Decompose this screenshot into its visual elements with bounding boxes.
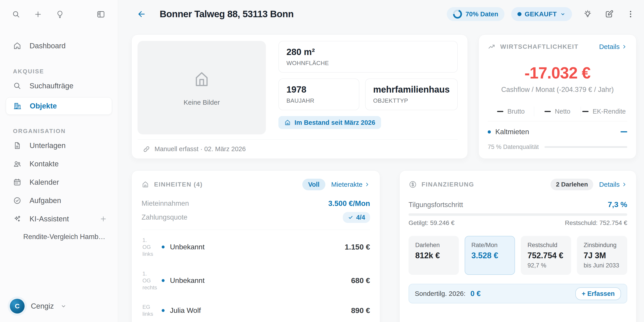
- content: Keine Bilder 280 m² WOHNFLÄCHE 1978 BAUJ…: [118, 28, 644, 322]
- fact-objekttyp[interactable]: mehrfamilienhaus OBJEKTTYP: [365, 78, 458, 110]
- fact-baujahr[interactable]: 1978 BAUJAHR: [278, 78, 359, 110]
- data-quality-badge[interactable]: 70% Daten: [447, 7, 505, 21]
- stat-zinsbindung[interactable]: Zinsbindung 7J 3M bis Juni 2033: [577, 236, 627, 275]
- sidebar-item-objekte[interactable]: Objekte: [6, 97, 112, 115]
- add-chat-icon[interactable]: [100, 215, 107, 223]
- tenant-name: Unbekannt: [170, 243, 204, 251]
- sidebar-item-suchauftraege[interactable]: Suchaufträge: [0, 77, 118, 95]
- stat-rate[interactable]: Rate/Mon 3.528 €: [465, 236, 515, 275]
- sidebar-item-aufgaben[interactable]: Aufgaben: [0, 192, 118, 210]
- sidebar-item-ki-assistent[interactable]: KI-Assistent: [0, 210, 118, 228]
- status-label: GEKAUFT: [524, 10, 557, 18]
- home-icon: [192, 69, 212, 89]
- finanzierung-card: FINANZIERUNG 2 Darlehen Details Tilgungs…: [399, 170, 636, 322]
- fact-wohnflaeche[interactable]: 280 m² WOHNFLÄCHE: [278, 41, 458, 73]
- topbar-actions: 70% Daten GEKAUFT: [447, 7, 636, 21]
- occupancy-badge[interactable]: Voll: [302, 179, 325, 190]
- sidebar-item-label: Suchaufträge: [30, 82, 73, 90]
- fact-label: OBJEKTTYP: [373, 97, 450, 104]
- stat-sub: 92,7 %: [528, 262, 564, 269]
- sidebar-toggle-icon[interactable]: [96, 10, 105, 19]
- mieterakte-link[interactable]: Mieterakte: [331, 181, 370, 188]
- property-source: Manuell erfasst · 02. März 2026: [138, 139, 458, 158]
- legend-label: Brutto: [507, 108, 524, 115]
- sidebar-item-kalender[interactable]: Kalender: [0, 173, 118, 192]
- rent-value: 680 €: [351, 276, 370, 285]
- edit-icon[interactable]: [603, 8, 615, 20]
- fact-value: mehrfamilienhaus: [373, 84, 450, 94]
- zahlungsquote-row: Zahlungsquote 4/4: [142, 211, 370, 224]
- stat-restschuld[interactable]: Restschuld 752.754 € 92,7 %: [521, 236, 571, 275]
- tenant-name: Unbekannt: [170, 276, 204, 285]
- details-label: Details: [599, 181, 620, 188]
- stat-darlehen[interactable]: Darlehen 812k €: [408, 236, 459, 275]
- trending-up-icon: [488, 43, 496, 51]
- unit-row[interactable]: 1.OGrechts Unbekannt 680 €: [142, 264, 370, 297]
- legend-dash-icon: [544, 111, 551, 112]
- check-icon: [348, 214, 354, 220]
- in-stock-badge[interactable]: Im Bestand seit März 2026: [278, 116, 381, 129]
- source-label: Manuell erfasst · 02. März 2026: [154, 145, 246, 153]
- home-icon: [284, 119, 291, 126]
- sidebar-item-label: Objekte: [30, 102, 57, 110]
- bullet-icon: [162, 246, 164, 248]
- sidebar-toolbar: [0, 0, 118, 28]
- finanzierung-details-link[interactable]: Details: [599, 181, 627, 188]
- sidebar-item-label: Kalender: [30, 178, 59, 186]
- add-icon[interactable]: [34, 10, 42, 19]
- row-value: 3.500 €/Mon: [328, 199, 370, 208]
- unit-row[interactable]: 1.OGlinks Unbekannt 1.150 €: [142, 230, 370, 264]
- status-dropdown[interactable]: GEKAUFT: [511, 7, 572, 21]
- image-placeholder[interactable]: Keine Bilder: [138, 41, 266, 134]
- sidebar-item-dashboard[interactable]: Dashboard: [0, 37, 118, 55]
- legend-netto[interactable]: Netto: [534, 107, 580, 116]
- stat-label: Zinsbindung: [584, 242, 620, 249]
- unit-floor: 1.OGrechts: [142, 270, 161, 291]
- bullet-icon: [488, 130, 491, 134]
- search-icon[interactable]: [12, 10, 20, 19]
- main-area: Bonner Talweg 88, 53113 Bonn 70% Daten G…: [118, 0, 644, 322]
- bullet-icon: [162, 279, 164, 282]
- sidebar-item-kontakte[interactable]: Kontakte: [0, 155, 118, 173]
- lightbulb-icon[interactable]: [56, 10, 64, 19]
- check-circle-icon: [13, 196, 22, 205]
- collapse-icon[interactable]: [620, 131, 627, 132]
- building-icon: [13, 102, 22, 110]
- erfassen-button[interactable]: + Erfassen: [575, 287, 621, 300]
- fact-label: BAUJAHR: [286, 97, 351, 104]
- einheiten-card: EINHEITEN (4) Voll Mieterakte Mieteinnah…: [132, 170, 380, 322]
- fact-value: 280 m²: [286, 47, 450, 57]
- kaltmieten-row: Kaltmieten: [488, 128, 627, 136]
- legend-brutto[interactable]: Brutto: [488, 108, 534, 115]
- dollar-circle-icon: [408, 180, 417, 189]
- stat-value: 812k €: [415, 251, 452, 260]
- more-options-icon[interactable]: [625, 8, 636, 20]
- progress-value: 7,3 %: [608, 200, 627, 209]
- card-title: EINHEITEN (4): [154, 181, 202, 188]
- stat-label: Darlehen: [415, 242, 452, 249]
- stat-sub: bis Juni 2033: [584, 262, 620, 269]
- chevron-right-icon: [622, 44, 627, 50]
- unit-row[interactable]: EGlinks Julia Wolf 890 €: [142, 297, 370, 322]
- sondertilgung-row: Sondertilg. 2026: 0 € + Erfassen: [408, 284, 627, 304]
- user-menu[interactable]: C Cengiz: [0, 292, 118, 322]
- data-quality-row: 75 % Datenqualität: [488, 144, 627, 150]
- sidebar-item-unterlagen[interactable]: Unterlagen: [0, 136, 118, 155]
- property-body: Keine Bilder 280 m² WOHNFLÄCHE 1978 BAUJ…: [138, 41, 458, 134]
- chevron-down-icon: [560, 11, 566, 17]
- idea-icon[interactable]: [582, 8, 594, 20]
- wirtschaftlichkeit-details-link[interactable]: Details: [599, 43, 627, 50]
- sidebar-item-label: Dashboard: [30, 42, 66, 50]
- sidebar-item-recent-chat[interactable]: Rendite-Vergleich Hamb…: [0, 228, 118, 246]
- chevron-right-icon: [622, 182, 627, 188]
- stat-value: 752.754 €: [528, 251, 564, 260]
- link-label: Mieterakte: [331, 181, 362, 188]
- loan-stats: Darlehen 812k € Rate/Mon 3.528 € Restsch…: [408, 236, 627, 275]
- quality-label: 75 % Datenqualität: [488, 144, 539, 150]
- row-label: Zahlungsquote: [142, 213, 188, 222]
- rent-value: 890 €: [351, 306, 370, 315]
- stat-label: Restschuld: [528, 242, 564, 249]
- legend-ek-rendite[interactable]: EK-Rendite: [581, 107, 627, 116]
- back-button[interactable]: [137, 10, 146, 19]
- page-title: Bonner Talweg 88, 53113 Bonn: [160, 9, 294, 20]
